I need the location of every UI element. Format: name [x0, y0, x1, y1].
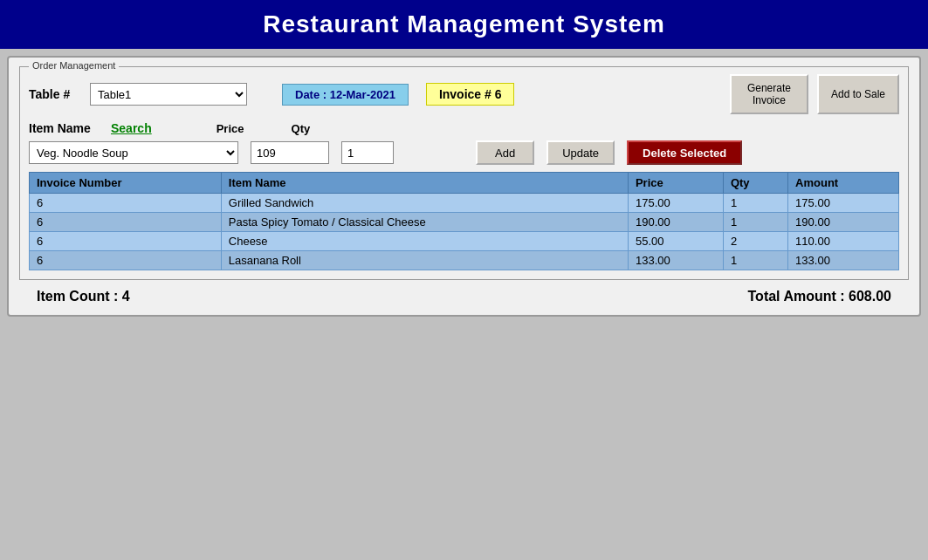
- table-select[interactable]: Table1 Table2 Table3 Table4: [90, 83, 247, 106]
- cell-item: Grilled Sandwich: [221, 194, 628, 213]
- col-qty: Qty: [723, 173, 787, 194]
- col-price: Price: [628, 173, 723, 194]
- item-select[interactable]: Veg. Noodle Soup Grilled Sandwich Pasta …: [29, 141, 238, 164]
- item-count-label: Item Count : 4: [37, 289, 130, 304]
- cell-amount: 175.00: [788, 194, 899, 213]
- qty-input[interactable]: [341, 141, 394, 164]
- cell-qty: 1: [723, 251, 787, 270]
- cell-invoice: 6: [30, 251, 222, 270]
- cell-price: 133.00: [628, 251, 723, 270]
- cell-item: Pasta Spicy Tomato / Classical Cheese: [221, 213, 628, 232]
- row2: Item Name Search Price Qty: [29, 121, 899, 135]
- main-container: Order Management Table # Table1 Table2 T…: [7, 56, 921, 317]
- cell-invoice: 6: [30, 213, 222, 232]
- add-button[interactable]: Add: [476, 140, 534, 165]
- cell-amount: 110.00: [788, 232, 899, 251]
- cell-amount: 133.00: [788, 251, 899, 270]
- table-row[interactable]: 6Lasanana Roll133.001133.00: [30, 251, 899, 270]
- invoice-display: Invoice # 6: [426, 83, 515, 106]
- cell-item: Cheese: [221, 232, 628, 251]
- invoice-table: Invoice Number Item Name Price Qty Amoun…: [29, 172, 899, 270]
- row1: Table # Table1 Table2 Table3 Table4 Date…: [29, 74, 899, 114]
- row3: Veg. Noodle Soup Grilled Sandwich Pasta …: [29, 140, 899, 165]
- generate-invoice-button[interactable]: GenerateInvoice: [730, 74, 808, 114]
- price-input[interactable]: [251, 141, 329, 164]
- cell-invoice: 6: [30, 194, 222, 213]
- search-link[interactable]: Search: [111, 121, 152, 135]
- item-name-label: Item Name: [29, 121, 99, 135]
- cell-qty: 2: [723, 232, 787, 251]
- qty-label: Qty: [292, 122, 311, 135]
- cell-amount: 190.00: [788, 213, 899, 232]
- cell-price: 190.00: [628, 213, 723, 232]
- app-header: Restaurant Management System: [0, 0, 928, 49]
- app-title: Restaurant Management System: [263, 10, 665, 38]
- cell-item: Lasanana Roll: [221, 251, 628, 270]
- footer: Item Count : 4 Total Amount : 608.00: [19, 289, 909, 304]
- price-label: Price: [217, 122, 244, 135]
- section-legend: Order Management: [29, 60, 119, 71]
- table-row[interactable]: 6Pasta Spicy Tomato / Classical Cheese19…: [30, 213, 899, 232]
- cell-price: 175.00: [628, 194, 723, 213]
- cell-price: 55.00: [628, 232, 723, 251]
- date-display: Date : 12-Mar-2021: [282, 84, 409, 106]
- table-label: Table #: [29, 87, 81, 101]
- add-to-sale-button[interactable]: Add to Sale: [817, 74, 899, 114]
- col-invoice-number: Invoice Number: [30, 173, 222, 194]
- cell-qty: 1: [723, 194, 787, 213]
- table-row[interactable]: 6Grilled Sandwich175.001175.00: [30, 194, 899, 213]
- cell-qty: 1: [723, 213, 787, 232]
- total-amount-label: Total Amount : 608.00: [748, 289, 891, 304]
- table-row[interactable]: 6Cheese55.002110.00: [30, 232, 899, 251]
- table-header-row: Invoice Number Item Name Price Qty Amoun…: [30, 173, 899, 194]
- order-management-box: Order Management Table # Table1 Table2 T…: [19, 66, 909, 280]
- col-amount: Amount: [788, 173, 899, 194]
- delete-selected-button[interactable]: Delete Selected: [627, 140, 742, 165]
- col-item-name: Item Name: [221, 173, 628, 194]
- update-button[interactable]: Update: [546, 140, 615, 165]
- cell-invoice: 6: [30, 232, 222, 251]
